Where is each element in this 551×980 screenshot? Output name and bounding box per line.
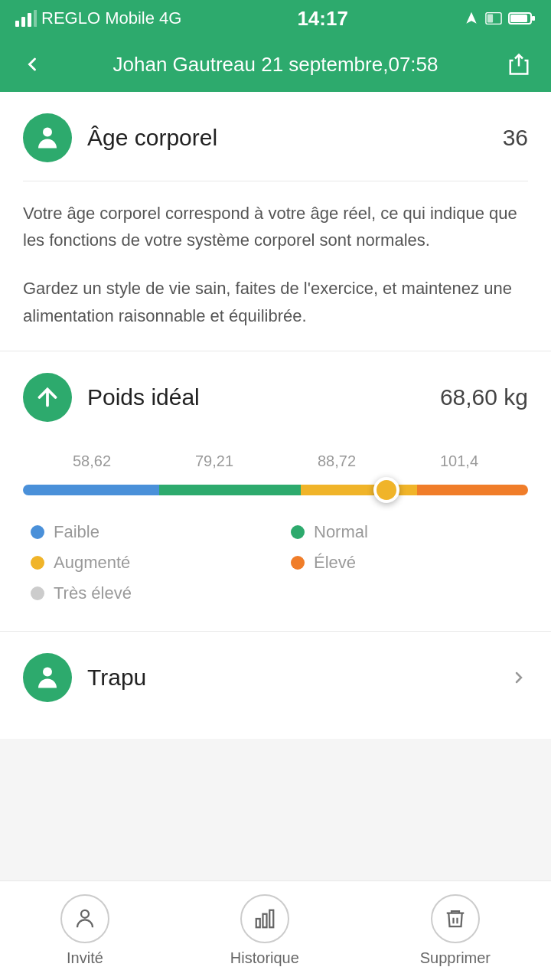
supprimer-icon-circle (431, 894, 480, 943)
share-button[interactable] (502, 47, 536, 81)
svg-rect-7 (532, 16, 535, 21)
svg-point-10 (43, 667, 52, 676)
trapu-title: Trapu (87, 665, 146, 691)
weight-section: Poids idéal 68,60 kg 58,62 79,21 88,72 1… (0, 351, 551, 632)
bottom-nav: Invité Historique Supprimer (0, 880, 551, 980)
nav-invite-label: Invité (67, 949, 103, 967)
trapu-icon (23, 653, 72, 702)
svg-rect-5 (487, 15, 493, 23)
slider-track-container (23, 481, 528, 499)
trash-nav-icon (444, 907, 467, 930)
trapu-section[interactable]: Trapu (0, 632, 551, 724)
nav-historique[interactable]: Historique (230, 894, 299, 967)
legend-dot-normal (291, 525, 305, 539)
weight-icon (23, 373, 72, 422)
battery-icon (508, 11, 536, 26)
historique-icon-circle (240, 894, 289, 943)
svg-rect-1 (21, 17, 25, 27)
share-icon (507, 53, 530, 76)
slider-label-0: 58,62 (73, 452, 111, 470)
svg-rect-3 (34, 10, 37, 27)
legend-label-tres-eleve: Très élevé (54, 583, 132, 603)
legend-dot-augmente (31, 556, 44, 570)
svg-point-11 (81, 910, 89, 918)
sim-icon (485, 11, 502, 25)
arrow-up-icon (34, 384, 61, 411)
status-bar: REGLO Mobile 4G 14:17 (0, 0, 551, 37)
svg-rect-13 (262, 914, 266, 928)
svg-rect-8 (510, 15, 527, 22)
weight-title: Poids idéal (87, 384, 200, 410)
main-content: Âge corporel 36 Votre âge corporel corre… (0, 92, 551, 739)
carrier-label: REGLO Mobile (41, 8, 155, 28)
nav-supprimer-label: Supprimer (420, 949, 491, 967)
legend-label-faible: Faible (54, 522, 99, 542)
weight-left: Poids idéal (23, 373, 200, 422)
slider-thumb[interactable] (373, 477, 399, 503)
slider-label-2: 88,72 (318, 452, 356, 470)
legend-tres-eleve: Très élevé (31, 583, 260, 603)
chevron-right-icon (510, 668, 528, 687)
legend-eleve: Élevé (291, 553, 520, 573)
weight-value: 68,60 kg (440, 384, 528, 410)
svg-rect-12 (256, 919, 260, 927)
time-label: 14:17 (297, 7, 348, 31)
age-icon (23, 113, 72, 162)
nav-historique-label: Historique (230, 949, 299, 967)
app-header: Johan Gautreau 21 septembre,07:58 (0, 37, 551, 92)
legend-dot-tres-eleve (31, 586, 44, 600)
back-icon (21, 54, 43, 75)
age-desc-2: Gardez un style de vie sain, faites de l… (23, 275, 528, 328)
legend-augmente: Augmenté (31, 553, 260, 573)
svg-point-9 (43, 128, 52, 137)
age-left: Âge corporel (23, 113, 217, 162)
svg-rect-0 (15, 21, 19, 27)
age-description: Votre âge corporel correspond à votre âg… (23, 200, 528, 329)
location-icon (464, 11, 479, 26)
status-left: REGLO Mobile 4G (15, 8, 181, 28)
back-button[interactable] (15, 47, 49, 81)
legend-faible: Faible (31, 522, 260, 542)
legend-label-eleve: Élevé (314, 553, 356, 573)
person-nav-icon (73, 907, 96, 930)
trapu-row: Trapu (23, 653, 528, 702)
age-divider (23, 181, 528, 181)
age-value: 36 (503, 125, 528, 151)
network-label: 4G (159, 8, 181, 28)
legend-dot-faible (31, 525, 44, 539)
svg-rect-2 (28, 13, 31, 27)
svg-rect-14 (269, 910, 273, 928)
legend-grid: Faible Normal Augmenté Élevé Très élevé (23, 522, 528, 603)
legend-dot-eleve (291, 556, 305, 570)
age-section: Âge corporel 36 Votre âge corporel corre… (0, 92, 551, 351)
header-title: Johan Gautreau 21 septembre,07:58 (49, 53, 502, 77)
trapu-left: Trapu (23, 653, 146, 702)
legend-normal: Normal (291, 522, 520, 542)
slider-label-1: 79,21 (195, 452, 233, 470)
slider-label-3: 101,4 (440, 452, 478, 470)
slider-track (23, 485, 528, 495)
weight-header: Poids idéal 68,60 kg (23, 373, 528, 422)
slider-labels: 58,62 79,21 88,72 101,4 (23, 452, 528, 470)
nav-invite[interactable]: Invité (60, 894, 109, 967)
person-icon (34, 124, 61, 152)
legend-label-augmente: Augmenté (54, 553, 130, 573)
invite-icon-circle (60, 894, 109, 943)
signal-icon (15, 10, 37, 27)
legend-label-normal: Normal (314, 522, 368, 542)
age-title: Âge corporel (87, 125, 217, 151)
age-desc-1: Votre âge corporel correspond à votre âg… (23, 200, 528, 253)
age-header: Âge corporel 36 (23, 113, 528, 162)
chart-nav-icon (253, 907, 276, 930)
nav-supprimer[interactable]: Supprimer (420, 894, 491, 967)
status-right (464, 11, 536, 26)
trapu-person-icon (34, 664, 61, 691)
